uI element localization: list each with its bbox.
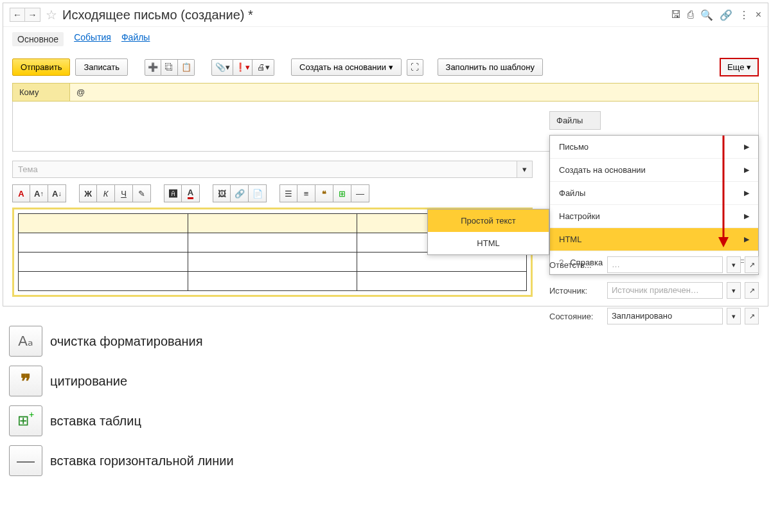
save-button[interactable]: Записать: [75, 58, 128, 76]
insert-hr-icon[interactable]: —: [351, 184, 369, 202]
attach-icon[interactable]: 📎▾: [211, 59, 233, 76]
more-button[interactable]: Еще ▾: [720, 58, 759, 76]
bold-icon[interactable]: Ж: [79, 184, 97, 202]
subject-input[interactable]: Тема: [12, 161, 517, 178]
more-menu: Письмо▶ Создать на основании▶ Файлы▶ Нас…: [549, 135, 759, 275]
page-title: Исходящее письмо (создание) *: [62, 8, 253, 22]
structure-icon[interactable]: ⛶: [407, 59, 423, 76]
notes-icon[interactable]: 📋: [178, 59, 195, 76]
italic-icon[interactable]: К: [97, 184, 115, 202]
highlight-color-icon[interactable]: 🅰: [164, 184, 182, 202]
state-label: Состояние:: [549, 312, 603, 321]
responsible-label: Ответств...: [549, 260, 603, 270]
font-larger-icon[interactable]: A↑: [30, 184, 48, 202]
files-header[interactable]: Файлы: [549, 111, 601, 130]
save-icon[interactable]: 🖫: [671, 9, 681, 21]
add-icon[interactable]: ➕: [145, 59, 161, 76]
subject-dropdown[interactable]: ▾: [517, 161, 533, 178]
fields-panel: Ответств... … ▾ ↗ Источник: Источник при…: [549, 256, 759, 333]
right-panel: Файлы Письмо▶ Создать на основании▶ Файл…: [549, 111, 759, 275]
menu-html[interactable]: HTML▶: [550, 228, 758, 251]
fill-template-button[interactable]: Заполнить по шаблону: [438, 58, 543, 76]
font-normal-icon[interactable]: A: [12, 184, 30, 202]
source-dd[interactable]: ▾: [727, 282, 741, 299]
source-open[interactable]: ↗: [745, 282, 759, 299]
font-color-icon[interactable]: A: [182, 184, 200, 202]
favorite-star-icon[interactable]: ☆: [46, 7, 57, 22]
state-open[interactable]: ↗: [745, 308, 759, 324]
link-icon[interactable]: 🔗: [720, 9, 732, 21]
insert-file-icon[interactable]: 📄: [249, 184, 267, 202]
insert-image-icon[interactable]: 🖼: [213, 184, 231, 202]
number-list-icon[interactable]: ≡: [297, 184, 315, 202]
send-button[interactable]: Отправить: [12, 58, 70, 76]
source-input[interactable]: Источник привлечен…: [607, 282, 723, 299]
main-toolbar: Отправить Записать ➕ ⿻ 📋 📎▾ ❗▾ 🖨▾ Создат…: [3, 51, 768, 83]
responsible-dd[interactable]: ▾: [727, 256, 741, 273]
legend: Aₐ очистка форматирования ❞ цитирование …: [9, 326, 762, 476]
submenu-html[interactable]: HTML: [428, 232, 549, 254]
legend-hr-icon: —: [9, 445, 42, 476]
legend-clear-text: очистка форматирования: [50, 334, 203, 349]
insert-table-icon[interactable]: ⊞: [333, 184, 351, 202]
bullet-list-icon[interactable]: ☰: [279, 184, 297, 202]
legend-table-text: вставка таблиц: [50, 414, 141, 429]
menu-files[interactable]: Файлы▶: [550, 182, 758, 205]
menu-create-on[interactable]: Создать на основании▶: [550, 159, 758, 182]
underline-icon[interactable]: Ч: [115, 184, 133, 202]
legend-quote-icon: ❞: [9, 366, 42, 396]
close-icon[interactable]: ×: [756, 9, 761, 21]
priority-icon[interactable]: ❗▾: [233, 59, 253, 76]
kebab-icon[interactable]: ⋮: [739, 9, 749, 21]
copy-icon[interactable]: ⿻: [161, 59, 178, 76]
tab-files[interactable]: Файлы: [121, 32, 150, 46]
titlebar: ← → ☆ Исходящее письмо (создание) * 🖫 ⎙ …: [3, 3, 768, 27]
legend-quote-text: цитирование: [50, 374, 127, 389]
subject-row: Тема ▾: [12, 161, 533, 178]
to-field[interactable]: @: [70, 83, 759, 102]
insert-link-icon[interactable]: 🔗: [231, 184, 249, 202]
back-button[interactable]: ←: [10, 8, 25, 22]
submenu-plain-text[interactable]: Простой текст: [428, 209, 549, 232]
forward-button[interactable]: →: [25, 8, 40, 22]
responsible-input[interactable]: …: [607, 256, 723, 273]
responsible-open[interactable]: ↗: [745, 256, 759, 273]
legend-hr-text: вставка горизонтальной линии: [50, 454, 234, 468]
html-submenu: Простой текст HTML: [427, 209, 549, 255]
legend-clear-format-icon: Aₐ: [9, 326, 42, 357]
clear-format-icon[interactable]: ✎: [133, 184, 151, 202]
to-row: Кому @: [12, 83, 759, 102]
font-smaller-icon[interactable]: A↓: [48, 184, 66, 202]
menu-settings[interactable]: Настройки▶: [550, 205, 758, 228]
quote-icon[interactable]: ❝: [315, 184, 333, 202]
legend-table-icon: ⊞+: [9, 405, 42, 436]
create-on-button[interactable]: Создать на основании ▾: [291, 58, 402, 76]
preview-icon[interactable]: 🔍: [700, 9, 713, 21]
to-label: Кому: [12, 83, 70, 102]
tabs: Основное События Файлы: [3, 27, 768, 51]
app-window: ← → ☆ Исходящее письмо (создание) * 🖫 ⎙ …: [3, 3, 768, 306]
state-input[interactable]: Запланировано: [607, 308, 723, 324]
menu-letter[interactable]: Письмо▶: [550, 136, 758, 159]
print-icon[interactable]: ⎙: [687, 9, 694, 21]
tab-main[interactable]: Основное: [12, 32, 64, 46]
state-dd[interactable]: ▾: [727, 308, 741, 324]
tab-events[interactable]: События: [74, 32, 111, 46]
print-dd-icon[interactable]: 🖨▾: [253, 59, 274, 76]
source-label: Источник:: [549, 286, 603, 296]
